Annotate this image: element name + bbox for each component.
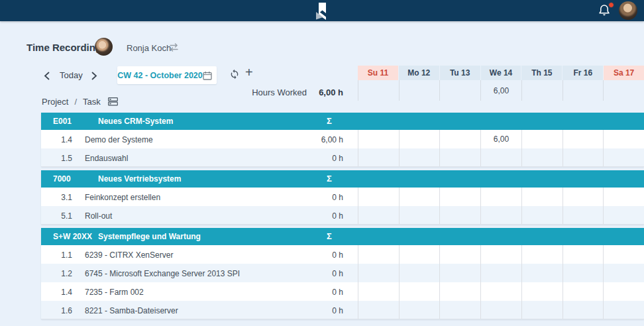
time-entry-cell[interactable] bbox=[563, 264, 604, 282]
task-row[interactable]: 5.1Roll-out0 h bbox=[41, 206, 644, 225]
user-avatar[interactable] bbox=[619, 1, 637, 20]
time-entry-cell[interactable] bbox=[358, 188, 399, 206]
time-entry-cell[interactable] bbox=[399, 301, 440, 319]
task-day-area bbox=[358, 206, 644, 224]
time-entry-cell[interactable] bbox=[521, 188, 563, 206]
time-entry-cell[interactable] bbox=[439, 130, 480, 148]
time-entry-cell[interactable] bbox=[480, 264, 521, 282]
time-entry-cell[interactable] bbox=[521, 301, 563, 319]
time-entry-cell[interactable] bbox=[399, 282, 440, 301]
time-entry-cell[interactable] bbox=[439, 206, 480, 224]
time-entry-cell[interactable] bbox=[563, 282, 604, 301]
previous-week-button[interactable] bbox=[44, 71, 50, 83]
time-entry-cell[interactable] bbox=[480, 301, 521, 319]
next-week-button[interactable] bbox=[91, 71, 97, 83]
time-entry-cell[interactable] bbox=[603, 301, 644, 319]
time-entry-cell[interactable] bbox=[521, 130, 563, 148]
page-title: Time Recording bbox=[27, 42, 101, 53]
task-row[interactable]: 1.4Demo der Systeme6,00 h6,00 bbox=[41, 130, 644, 148]
time-entry-cell[interactable] bbox=[399, 206, 440, 224]
task-total-hours: 0 h bbox=[303, 269, 343, 278]
time-entry-cell[interactable]: 6,00 bbox=[480, 130, 521, 148]
task-row[interactable]: 1.68221 - Samba-Dateiserver0 h bbox=[41, 301, 644, 319]
time-entry-cell[interactable] bbox=[521, 282, 563, 301]
time-entry-cell[interactable] bbox=[603, 148, 644, 166]
time-entry-cell[interactable] bbox=[563, 130, 604, 148]
time-entry-cell[interactable] bbox=[480, 188, 521, 206]
project-label: Project bbox=[42, 97, 68, 107]
task-name: Feinkonzept erstellen bbox=[85, 193, 160, 202]
app-logo-icon[interactable] bbox=[313, 2, 330, 21]
time-entry-cell[interactable] bbox=[358, 206, 399, 224]
time-entry-cell[interactable] bbox=[358, 148, 399, 166]
time-entry-cell[interactable] bbox=[358, 282, 399, 301]
project-code: 7000 bbox=[53, 174, 71, 184]
time-entry-cell[interactable] bbox=[603, 245, 644, 264]
task-day-area bbox=[358, 282, 644, 301]
time-entry-cell[interactable] bbox=[439, 264, 480, 282]
task-number: 1.6 bbox=[52, 306, 72, 315]
today-button[interactable]: Today bbox=[60, 70, 83, 80]
time-entry-cell[interactable] bbox=[563, 301, 604, 319]
time-entry-cell[interactable] bbox=[480, 282, 521, 301]
time-entry-cell[interactable] bbox=[439, 188, 480, 206]
refresh-icon[interactable] bbox=[229, 69, 240, 82]
time-entry-cell[interactable] bbox=[521, 206, 563, 224]
week-selector[interactable]: CW 42 - October 2020 bbox=[117, 66, 217, 84]
time-entry-cell[interactable] bbox=[603, 188, 644, 206]
task-row[interactable]: 1.5Endauswahl0 h bbox=[41, 148, 644, 167]
time-entry-cell[interactable] bbox=[563, 245, 604, 264]
task-row[interactable]: 1.47235 - Farm 0020 h bbox=[41, 282, 644, 301]
project-group-header[interactable]: E001Neues CRM-SystemΣ bbox=[41, 113, 644, 130]
day-header-cell[interactable]: Sa 17 bbox=[604, 66, 644, 80]
time-entry-cell[interactable] bbox=[603, 206, 644, 224]
task-row[interactable]: 1.16239 - CITRX XenServer0 h bbox=[41, 245, 644, 264]
list-view-icon[interactable] bbox=[108, 97, 118, 106]
task-total-hours: 0 h bbox=[303, 211, 343, 221]
time-entry-cell[interactable] bbox=[480, 245, 521, 264]
time-entry-cell[interactable] bbox=[399, 130, 440, 148]
day-header-cell[interactable]: We 14 bbox=[481, 66, 521, 80]
time-entry-cell[interactable] bbox=[480, 206, 521, 224]
time-entry-cell[interactable] bbox=[439, 148, 480, 166]
time-entry-cell[interactable] bbox=[521, 264, 563, 282]
day-header-cell[interactable]: Mo 12 bbox=[399, 66, 439, 80]
task-total-hours: 0 h bbox=[303, 193, 343, 202]
time-entry-cell[interactable] bbox=[358, 264, 399, 282]
time-entry-cell[interactable] bbox=[399, 264, 440, 282]
time-entry-cell[interactable] bbox=[439, 282, 480, 301]
day-header-cell[interactable]: Th 15 bbox=[521, 66, 562, 80]
time-entry-cell[interactable] bbox=[439, 301, 480, 319]
time-entry-cell[interactable] bbox=[399, 148, 440, 166]
day-header-cell[interactable]: Fr 16 bbox=[563, 66, 603, 80]
day-header-cell[interactable]: Tu 13 bbox=[440, 66, 480, 80]
project-group-header[interactable]: 7000Neues VertriebsystemΣ bbox=[41, 170, 644, 188]
task-row[interactable]: 3.1Feinkonzept erstellen0 h bbox=[41, 188, 644, 206]
time-entry-cell[interactable] bbox=[521, 148, 563, 166]
task-name: 8221 - Samba-Dateiserver bbox=[85, 306, 178, 315]
task-name: Demo der Systeme bbox=[85, 135, 153, 144]
time-entry-cell[interactable] bbox=[439, 245, 480, 264]
time-entry-cell[interactable] bbox=[358, 130, 399, 148]
time-entry-cell[interactable] bbox=[399, 245, 440, 264]
time-entry-cell[interactable] bbox=[563, 148, 604, 166]
day-header-cell[interactable]: Su 11 bbox=[358, 66, 398, 80]
project-group-header[interactable]: S+W 20XXSystempflege und WartungΣ bbox=[41, 228, 644, 245]
time-entry-cell[interactable] bbox=[358, 245, 399, 264]
sum-symbol: Σ bbox=[319, 116, 339, 126]
time-entry-cell[interactable] bbox=[399, 188, 440, 206]
time-entry-cell[interactable] bbox=[521, 245, 563, 264]
time-entry-cell[interactable] bbox=[563, 206, 604, 224]
time-entry-cell[interactable] bbox=[603, 130, 644, 148]
task-row[interactable]: 1.26745 - Microsoft Exchange Server 2013… bbox=[41, 264, 644, 282]
add-task-button[interactable]: + bbox=[245, 66, 253, 79]
calendar-icon bbox=[203, 71, 212, 80]
time-entry-cell[interactable] bbox=[563, 188, 604, 206]
time-entry-cell[interactable] bbox=[603, 264, 644, 282]
time-entry-cell[interactable] bbox=[603, 282, 644, 301]
time-entry-cell[interactable] bbox=[480, 148, 521, 166]
time-entry-cell[interactable] bbox=[358, 301, 399, 319]
notifications-bell-icon[interactable] bbox=[598, 3, 614, 19]
notification-badge-dot bbox=[608, 2, 614, 8]
switch-user-icon[interactable] bbox=[168, 42, 180, 54]
